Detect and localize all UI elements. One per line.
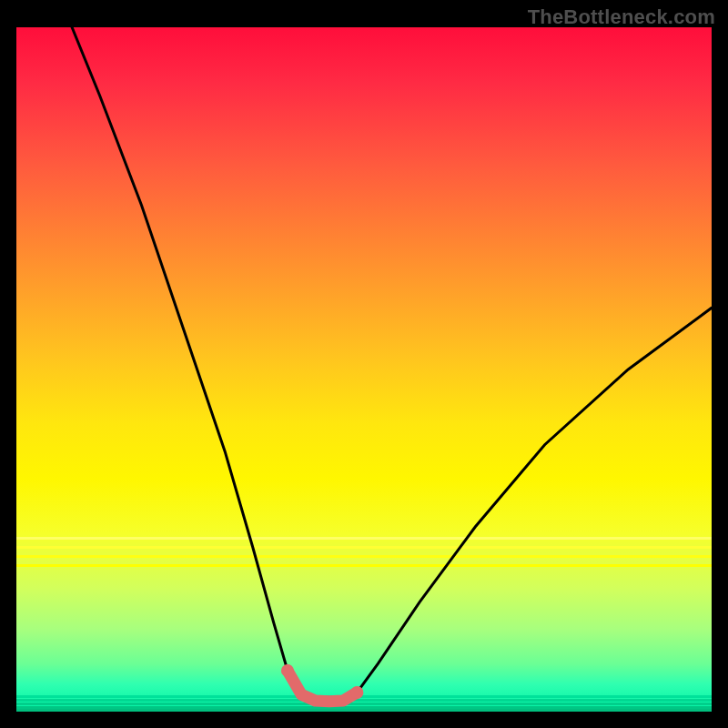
plot-area — [16, 27, 712, 712]
right-curve — [329, 308, 712, 701]
bottom-highlight-dot-left — [281, 664, 294, 677]
left-curve — [72, 27, 329, 702]
bottom-highlight-dot-right — [350, 686, 363, 699]
chart-frame: TheBottleneck.com — [0, 0, 728, 728]
bottom-highlight — [288, 671, 357, 702]
watermark-text: TheBottleneck.com — [528, 5, 715, 29]
curve-overlay — [16, 27, 712, 712]
